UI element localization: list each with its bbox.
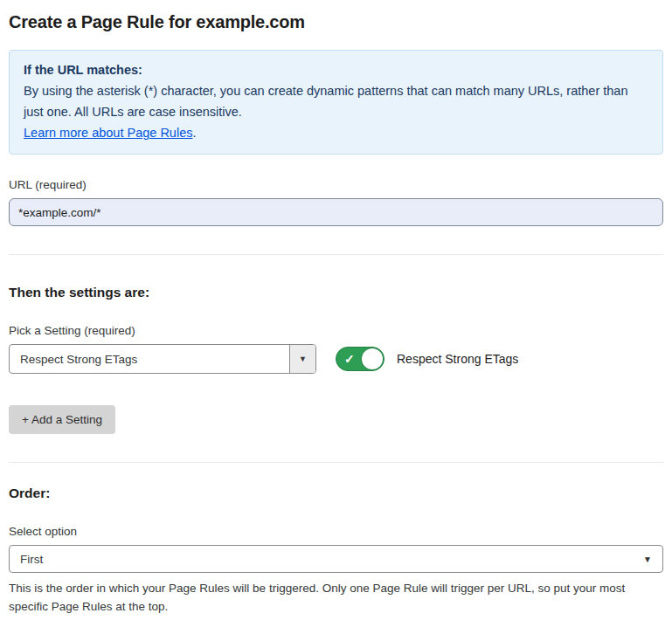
- link-suffix: .: [192, 126, 196, 140]
- divider: [9, 462, 663, 463]
- add-setting-button[interactable]: + Add a Setting: [9, 405, 115, 434]
- chevron-down-icon[interactable]: ▼: [289, 345, 315, 373]
- order-section-heading: Order:: [9, 486, 663, 501]
- info-box-heading: If the URL matches:: [24, 59, 648, 80]
- url-input[interactable]: [9, 198, 663, 226]
- setting-select[interactable]: Respect Strong ETags ▼: [9, 344, 316, 374]
- page-title: Create a Page Rule for example.com: [9, 12, 663, 32]
- order-select-value: First: [20, 553, 43, 566]
- page-rule-form: Create a Page Rule for example.com If th…: [0, 12, 672, 627]
- toggle-knob: [362, 348, 383, 369]
- info-box-body: By using the asterisk (*) character, you…: [24, 80, 648, 122]
- info-box-link-line: Learn more about Page Rules.: [24, 122, 648, 143]
- respect-strong-etags-toggle[interactable]: ✓: [336, 347, 384, 371]
- divider: [9, 254, 663, 255]
- setting-select-value: Respect Strong ETags: [10, 345, 289, 373]
- chevron-down-icon: ▼: [643, 555, 652, 564]
- url-field-label: URL (required): [9, 178, 663, 191]
- check-icon: ✓: [344, 353, 355, 365]
- order-help-text: This is the order in which your Page Rul…: [9, 579, 660, 616]
- url-match-info-box: If the URL matches: By using the asteris…: [9, 50, 663, 155]
- setting-row: Respect Strong ETags ▼ ✓ Respect Strong …: [9, 344, 663, 374]
- toggle-label: Respect Strong ETags: [397, 352, 518, 366]
- order-select[interactable]: First ▼: [9, 545, 663, 573]
- order-select-label: Select option: [9, 525, 663, 538]
- setting-picker-label: Pick a Setting (required): [9, 324, 663, 337]
- learn-more-link[interactable]: Learn more about Page Rules: [24, 126, 192, 140]
- settings-section-heading: Then the settings are:: [9, 285, 663, 300]
